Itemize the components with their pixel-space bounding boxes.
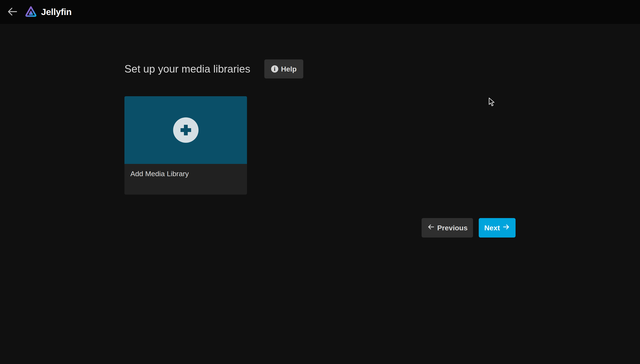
info-icon: i bbox=[271, 65, 278, 72]
previous-button[interactable]: Previous bbox=[422, 218, 473, 238]
card-caption-secondary bbox=[130, 178, 241, 187]
add-library-card-image[interactable] bbox=[125, 96, 247, 164]
arrow-left-icon bbox=[427, 223, 435, 232]
jellyfin-setup-wizard-screen: Jellyfin Set up your media libraries i H… bbox=[0, 0, 640, 364]
arrow-right-icon bbox=[502, 223, 510, 232]
add-library-card[interactable]: Add Media Library bbox=[125, 96, 247, 194]
app-name: Jellyfin bbox=[41, 7, 72, 17]
help-button[interactable]: i Help bbox=[264, 60, 303, 78]
jellyfin-logo-icon bbox=[24, 5, 38, 19]
plus-icon bbox=[173, 118, 199, 143]
back-button[interactable] bbox=[6, 5, 19, 19]
wizard-nav-row: Previous Next bbox=[422, 218, 515, 238]
previous-button-label: Previous bbox=[437, 224, 468, 232]
jellyfin-logo: Jellyfin bbox=[24, 5, 72, 19]
page-title: Set up your media libraries bbox=[125, 63, 250, 75]
wizard-content: Set up your media libraries i Help Add M… bbox=[125, 24, 515, 364]
arrow-left-icon bbox=[7, 6, 18, 18]
help-button-label: Help bbox=[281, 65, 297, 73]
next-button-label: Next bbox=[484, 224, 500, 232]
library-cards-row: Add Media Library bbox=[125, 96, 247, 194]
card-caption: Add Media Library bbox=[125, 164, 247, 194]
card-caption-label: Add Media Library bbox=[130, 169, 241, 178]
app-header: Jellyfin bbox=[0, 0, 640, 24]
title-row: Set up your media libraries i Help bbox=[125, 60, 303, 78]
next-button[interactable]: Next bbox=[479, 218, 515, 238]
